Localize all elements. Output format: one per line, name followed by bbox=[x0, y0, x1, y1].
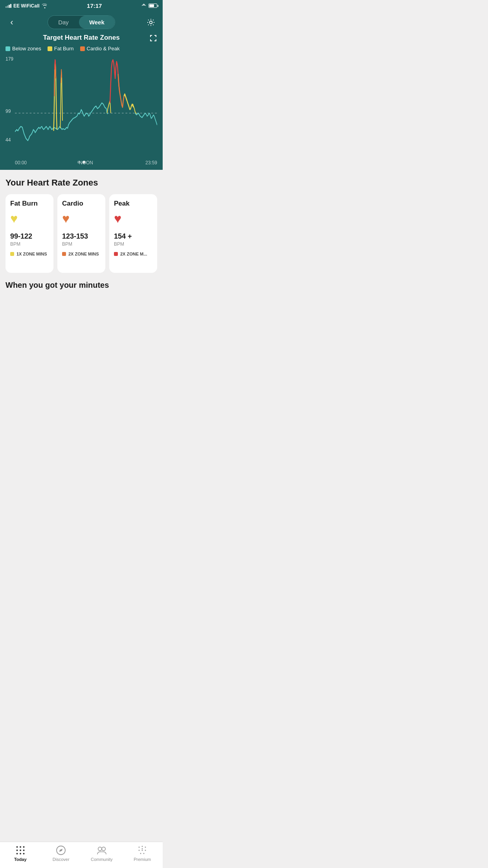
legend-dot-below bbox=[6, 46, 10, 51]
cardio-bpm-range: 123-153 bbox=[62, 232, 101, 241]
legend-dot-fat bbox=[48, 46, 52, 51]
chart-svg bbox=[15, 56, 157, 158]
legend-label-fat: Fat Burn bbox=[54, 46, 74, 51]
status-bar: EE WiFiCall 17:17 bbox=[0, 0, 163, 11]
cardio-title: Cardio bbox=[62, 200, 101, 208]
y-label-min: 44 bbox=[6, 137, 13, 143]
day-toggle-btn[interactable]: Day bbox=[48, 16, 79, 29]
legend-label-below: Below zones bbox=[12, 46, 41, 51]
peak-zone-mins: 2X ZONE M... bbox=[114, 252, 152, 256]
x-label-noon: NOON bbox=[79, 160, 93, 166]
heart-rate-chart: 179 99 44 bbox=[6, 56, 157, 158]
fat-burn-title: Fat Burn bbox=[10, 200, 49, 208]
nav-bar: ‹ Day Week bbox=[6, 15, 157, 29]
settings-button[interactable] bbox=[145, 16, 157, 29]
signal-icon bbox=[6, 4, 11, 8]
legend-fat-burn: Fat Burn bbox=[48, 46, 74, 51]
cardio-mins-label: 2X ZONE MINS bbox=[68, 252, 99, 256]
when-section: When you got your minutes bbox=[6, 281, 157, 294]
fat-burn-mins-label: 1X ZONE MINS bbox=[17, 252, 47, 256]
peak-mins-label: 2X ZONE M... bbox=[120, 252, 147, 256]
carrier-label: EE WiFiCall bbox=[13, 3, 40, 9]
svg-point-0 bbox=[149, 21, 152, 24]
content-area: Your Heart Rate Zones Fat Burn ♥ 99-122 … bbox=[0, 170, 163, 329]
y-label-mid: 99 bbox=[6, 108, 13, 114]
legend: Below zones Fat Burn Cardio & Peak bbox=[6, 46, 157, 51]
peak-bpm-range: 154 + bbox=[114, 232, 152, 241]
y-label-max: 179 bbox=[6, 56, 13, 62]
day-week-toggle[interactable]: Day Week bbox=[48, 15, 115, 29]
legend-label-cardio: Cardio & Peak bbox=[87, 46, 120, 51]
x-label-end: 23:59 bbox=[145, 160, 157, 166]
status-right bbox=[141, 3, 157, 9]
x-label-start: 00:00 bbox=[15, 160, 27, 166]
cardio-heart-icon: ♥ bbox=[62, 211, 101, 226]
peak-card: Peak ♥ 154 + BPM 2X ZONE M... bbox=[109, 194, 157, 273]
when-title: When you got your minutes bbox=[6, 281, 157, 290]
cardio-card: Cardio ♥ 123-153 BPM 2X ZONE MINS bbox=[57, 194, 105, 273]
fat-burn-heart-icon: ♥ bbox=[10, 211, 49, 226]
legend-cardio-peak: Cardio & Peak bbox=[80, 46, 120, 51]
back-button[interactable]: ‹ bbox=[6, 17, 18, 28]
cardio-bpm-label: BPM bbox=[62, 241, 101, 247]
zone-cards: Fat Burn ♥ 99-122 BPM 1X ZONE MINS Cardi… bbox=[6, 194, 157, 273]
wifi-icon bbox=[42, 4, 48, 8]
time-label: 17:17 bbox=[87, 2, 102, 9]
cardio-mins-dot bbox=[62, 252, 66, 256]
legend-below-zones: Below zones bbox=[6, 46, 41, 51]
gear-icon bbox=[147, 18, 155, 27]
fat-burn-bpm-range: 99-122 bbox=[10, 232, 49, 241]
expand-button[interactable] bbox=[149, 34, 157, 44]
location-icon bbox=[141, 3, 147, 9]
chart-area: ‹ Day Week Target Heart Rate Zones Below… bbox=[0, 11, 163, 170]
chart-title: Target Heart Rate Zones bbox=[6, 34, 157, 42]
fat-burn-bpm-label: BPM bbox=[10, 241, 49, 247]
fat-burn-card: Fat Burn ♥ 99-122 BPM 1X ZONE MINS bbox=[6, 194, 53, 273]
battery-icon bbox=[149, 4, 157, 8]
fat-burn-mins-dot bbox=[10, 252, 14, 256]
section-title: Your Heart Rate Zones bbox=[6, 178, 157, 188]
status-left: EE WiFiCall bbox=[6, 3, 48, 9]
peak-heart-icon: ♥ bbox=[114, 211, 152, 226]
week-toggle-btn[interactable]: Week bbox=[79, 16, 115, 29]
cardio-zone-mins: 2X ZONE MINS bbox=[62, 252, 101, 256]
fat-burn-zone-mins: 1X ZONE MINS bbox=[10, 252, 49, 256]
peak-bpm-label: BPM bbox=[114, 241, 152, 247]
chart-x-labels: 00:00 NOON 23:59 bbox=[15, 160, 157, 166]
legend-dot-cardio bbox=[80, 46, 85, 51]
peak-title: Peak bbox=[114, 200, 152, 208]
peak-mins-dot bbox=[114, 252, 118, 256]
